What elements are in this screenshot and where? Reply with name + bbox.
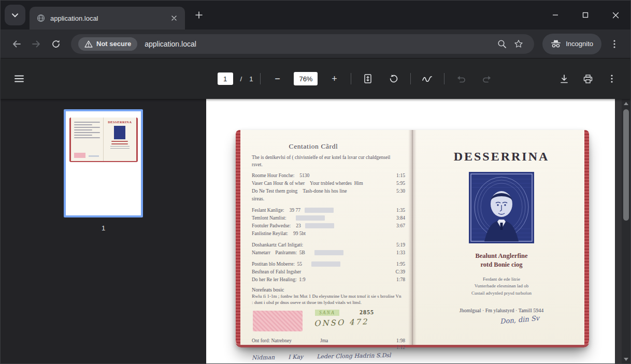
field-row: Feslant Kanlige:39 771:35 — [252, 207, 405, 214]
scrollbar-thumb[interactable] — [623, 109, 629, 221]
download-button[interactable] — [555, 69, 573, 88]
annotate-button[interactable] — [418, 69, 437, 88]
omnibox[interactable]: Not secure application.local — [71, 34, 534, 54]
address-bar: Not secure application.local Incognito — [1, 30, 630, 59]
field-row: Nametarr Panlramm: 5B1:33 — [252, 249, 405, 257]
signature: Nidman — [252, 354, 275, 361]
download-icon — [560, 75, 568, 83]
handwritten-code: ONSO 472 — [314, 317, 369, 328]
rotate-icon — [389, 74, 398, 83]
field-row: Footuler Padwedse:233:67 — [252, 222, 405, 230]
pdf-toolbar: / 1 − 76% + — [1, 59, 630, 99]
bookmark-star-icon[interactable] — [510, 36, 527, 52]
pink-stamp — [253, 311, 303, 331]
plus-icon — [195, 11, 203, 19]
undo-icon — [456, 75, 466, 83]
portrait-engraving — [469, 172, 534, 243]
stamp-area: SANA 2855 ONSO 472 — [252, 309, 407, 338]
field-row: Do Ne Test them goingTash-done his hos l… — [252, 187, 405, 195]
issue-line: Jhomlgual · Fm ylalustyrd · Tamill 5944 — [428, 308, 575, 313]
minimize-icon — [552, 12, 558, 18]
redo-icon — [482, 75, 492, 83]
security-chip[interactable]: Not secure — [78, 37, 137, 51]
zoom-out-button[interactable]: − — [268, 69, 286, 88]
maximize-icon — [582, 12, 589, 18]
issuer-signature: Don, din Sv — [499, 314, 539, 326]
field-row: sireas. — [252, 195, 405, 203]
reload-icon — [51, 39, 61, 49]
field-row: Fanlistine Reyilat:99 5bt — [252, 230, 405, 238]
thumbnail-page-number: 1 — [102, 224, 105, 232]
thumbnail-title: DESSERRINA — [108, 120, 132, 124]
tab-application-local[interactable]: application.local — [30, 7, 185, 30]
annotate-pen-icon — [422, 76, 433, 82]
zoom-in-button[interactable]: + — [325, 69, 343, 88]
book-left-edge — [236, 130, 240, 345]
scroll-up-button[interactable] — [622, 99, 630, 108]
reload-button[interactable] — [46, 34, 66, 54]
redo-button[interactable] — [478, 69, 496, 88]
rotate-button[interactable] — [384, 69, 403, 88]
back-button[interactable] — [7, 34, 26, 54]
tab-strip: application.local — [1, 1, 630, 30]
serial-number: 2855 — [360, 309, 374, 316]
page-total: 1 — [249, 75, 253, 83]
left-page-paragraph: Rwlu fi 1-1m ; fonbw lnt Mot 1 Du eleysm… — [252, 293, 403, 306]
pdf-page: Centation Cãrdl The is denlkevlsi of ( c… — [206, 99, 615, 363]
window-close-icon — [612, 12, 619, 19]
pdf-content-area: Centation Cãrdl The is denlkevlsi of ( c… — [206, 99, 622, 363]
minimize-button[interactable] — [540, 1, 570, 30]
back-arrow-icon — [12, 40, 21, 48]
forward-button[interactable] — [26, 34, 46, 54]
subject-name-line1: Bealunt Anglerfine — [428, 252, 575, 260]
pdf-more-button[interactable] — [603, 69, 621, 88]
kebab-menu-icon — [613, 40, 615, 48]
page-thumbnail[interactable]: DESSERRINA — [64, 109, 143, 217]
fit-to-page-button[interactable] — [358, 69, 377, 88]
footer-row: Ont ford: Natrebney Jma 1:98 — [252, 338, 405, 344]
undo-button[interactable] — [452, 69, 470, 88]
detail-line-3: Custail advynled prysd turbofon — [428, 290, 575, 297]
maximize-button[interactable] — [570, 1, 600, 30]
new-tab-button[interactable] — [191, 7, 207, 23]
warning-icon — [84, 40, 93, 48]
globe-favicon-icon — [37, 14, 45, 22]
thumbnail-sidebar: DESSERRINA 1 — [1, 99, 206, 363]
window-close-button[interactable] — [600, 1, 630, 30]
tab-close-icon[interactable] — [168, 12, 180, 24]
tab-search-button[interactable] — [5, 5, 25, 25]
thumbnail-preview: DESSERRINA — [69, 118, 138, 162]
page-separator: / — [240, 75, 242, 83]
left-page-title: Centation Cãrdl — [252, 142, 375, 151]
incognito-icon — [551, 39, 561, 48]
print-button[interactable] — [579, 69, 597, 88]
passport-document: Centation Cãrdl The is denlkevlsi of ( c… — [236, 130, 589, 347]
book-right-edge — [584, 130, 589, 345]
url-text[interactable]: application.local — [145, 40, 494, 48]
zoom-level[interactable]: 76% — [294, 72, 318, 85]
subject-name-line2: rotd Bonie ciog — [428, 260, 575, 269]
tab-title: application.local — [50, 14, 168, 22]
left-page-intro: The is denlkevlsi of ( chivisnielfe of e… — [252, 154, 400, 169]
browser-window: application.local — [0, 0, 631, 364]
browser-menu-button[interactable] — [605, 34, 624, 54]
signature: I Kay — [288, 353, 303, 360]
incognito-badge: Incognito — [542, 34, 601, 54]
field-row: Vaser Can Hour & of wherYour trsbled whe… — [252, 180, 405, 187]
pdf-menu-button[interactable] — [10, 69, 28, 88]
field-row: Postitan blo Moberre: 551:95 — [252, 260, 405, 268]
passport-right-page: DESSERRINA — [417, 130, 584, 345]
signature-row: Nidman I Kay Leder Clong Hadrin S.Dsl — [252, 352, 399, 361]
thumbnail-portrait — [114, 126, 125, 139]
field-row: Temlont Namlist:3:84 — [252, 214, 405, 222]
scroll-down-button[interactable] — [622, 355, 630, 363]
zoom-magnifier-icon[interactable] — [494, 36, 510, 52]
detail-line-1: Ferdant de ede litrie — [428, 276, 575, 283]
field-row: Roome Hour Fonche:51301:15 — [252, 172, 405, 180]
page-number-input[interactable] — [218, 72, 233, 85]
signature: Leder Clong Hadrin S.Dsl — [317, 352, 391, 360]
pdf-kebab-icon — [611, 75, 613, 83]
window-controls — [540, 1, 630, 30]
hamburger-icon — [15, 75, 24, 82]
document-title: DESSERRINA — [428, 150, 575, 164]
